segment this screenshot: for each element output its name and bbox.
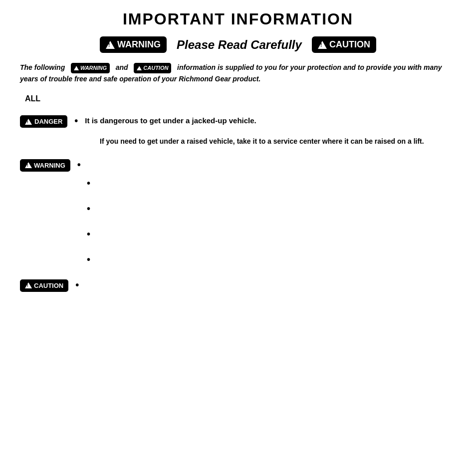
danger-tri-icon: [25, 119, 32, 125]
please-read-text: Please Read Carefully: [177, 38, 302, 52]
warning-tri-inline: [74, 66, 79, 70]
warning-bullet-3: •: [87, 203, 90, 214]
warning-sm-label: WARNING: [34, 162, 65, 169]
header-row: WARNING Please Read Carefully CAUTION: [20, 36, 456, 53]
danger-bullet-text: It is dangerous to get under a jacked-up…: [85, 115, 256, 125]
caution-sm-label: CAUTION: [34, 282, 63, 289]
intro-before-warning: The following: [20, 63, 65, 71]
caution-section: CAUTION •: [20, 279, 456, 292]
caution-tri-sm-icon: [25, 282, 32, 288]
danger-row: DANGER • It is dangerous to get under a …: [20, 115, 456, 128]
caution-triangle-icon: [318, 41, 327, 49]
caution-label-header: CAUTION: [329, 39, 370, 50]
warning-section: WARNING • • • • •: [20, 159, 456, 264]
warning-tri-sm-icon: [25, 162, 32, 168]
caution-bullet-1: •: [75, 279, 79, 290]
warning-inline-label: WARNING: [80, 64, 107, 73]
danger-section: DANGER • It is dangerous to get under a …: [20, 115, 456, 147]
caution-tri-inline: [137, 66, 142, 70]
caution-badge-inline: CAUTION: [134, 63, 171, 74]
warning-triangle-icon: [106, 41, 115, 49]
warning-bullet-5: •: [87, 254, 90, 264]
warning-bullet-row-5: •: [20, 254, 456, 264]
danger-label: DANGER: [34, 118, 62, 125]
warning-bullet-4: •: [87, 229, 90, 239]
warning-bullet-1: •: [77, 159, 81, 170]
caution-badge-sm: CAUTION: [20, 279, 68, 292]
warning-bullet-2: •: [87, 178, 90, 188]
warning-label-header: WARNING: [117, 39, 161, 50]
warning-badge-inline: WARNING: [71, 63, 110, 74]
danger-bullet: •: [74, 115, 78, 126]
section-all-label: ALL: [25, 94, 456, 103]
danger-badge: DANGER: [20, 115, 67, 128]
caution-inline-label: CAUTION: [143, 64, 168, 73]
caution-badge-header: CAUTION: [312, 36, 376, 53]
warning-bullet-row-3: •: [20, 203, 456, 214]
danger-sub-text: If you need to get under a raised vehicl…: [100, 136, 456, 147]
warning-bullet-row-2: •: [20, 178, 456, 188]
page-title: IMPORTANT INFORMATION: [20, 10, 456, 28]
intro-paragraph: The following WARNING and CAUTION inform…: [20, 62, 456, 84]
warning-badge-header: WARNING: [100, 36, 167, 53]
warning-bullet-row-4: •: [20, 229, 456, 239]
warning-row-1: WARNING •: [20, 159, 456, 172]
intro-between: and: [116, 63, 128, 71]
warning-badge-sm: WARNING: [20, 159, 70, 172]
